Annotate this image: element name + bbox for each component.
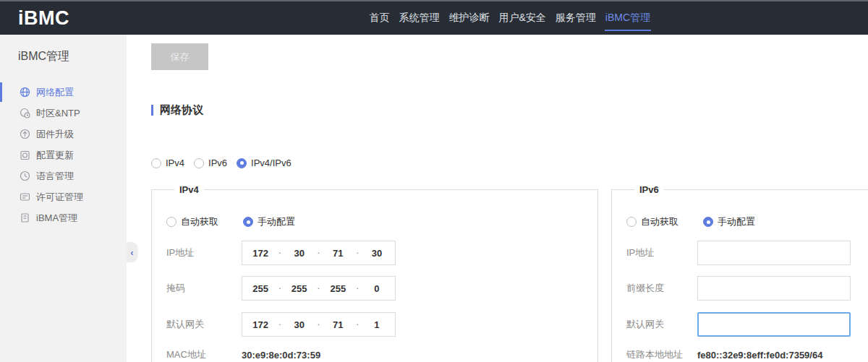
sidebar-item-timezone-ntp[interactable]: 时区&NTP bbox=[0, 103, 127, 124]
radio-ipv6[interactable]: IPv6 bbox=[194, 158, 227, 168]
sidebar-item-label: 固件升级 bbox=[36, 128, 74, 141]
sidebar-item-ibma[interactable]: iBMA管理 bbox=[0, 207, 127, 228]
sidebar-collapse-button[interactable]: ‹ bbox=[127, 242, 137, 262]
ipv4-mask-row: 掩码 255 . 255 . 255 . 0 bbox=[166, 276, 583, 301]
section-header: 网络协议 bbox=[151, 103, 868, 117]
ipv4-mac-value: 30:e9:8e:0d:73:59 bbox=[242, 350, 320, 361]
sidebar-item-label: 许可证管理 bbox=[36, 191, 83, 204]
license-icon bbox=[20, 191, 30, 202]
ibmc-logo: iBMC bbox=[18, 7, 69, 30]
ipv6-ip-label: IP地址 bbox=[626, 246, 697, 259]
sidebar-item-license[interactable]: 许可证管理 bbox=[0, 186, 127, 207]
radio-ipv4[interactable]: IPv4 bbox=[151, 158, 184, 168]
radio-ipv4-ipv6[interactable]: IPv4/IPv6 bbox=[237, 158, 292, 168]
radio-circle-icon bbox=[194, 158, 204, 168]
ipv6-mode-radio-group: 自动获取 手动配置 bbox=[626, 215, 868, 228]
ipv6-ip-row: IP地址 bbox=[626, 241, 868, 265]
sidebar-menu: 网络配置 时区&NTP 固件升级 bbox=[0, 82, 127, 228]
ipv4-radio-auto[interactable]: 自动获取 bbox=[166, 215, 218, 228]
timezone-ntp-icon bbox=[20, 108, 30, 118]
sidebar-item-label: 时区&NTP bbox=[36, 107, 80, 120]
top-nav: 首页 系统管理 维护诊断 用户&安全 服务管理 iBMC管理 bbox=[368, 1, 651, 35]
radio-circle-icon bbox=[151, 158, 161, 168]
radio-circle-icon bbox=[626, 217, 637, 227]
sidebar-item-label: 语言管理 bbox=[36, 170, 74, 183]
sidebar-item-label: 配置更新 bbox=[36, 149, 74, 162]
firmware-upgrade-icon bbox=[20, 129, 30, 139]
ipv4-ip-input[interactable]: 172 . 30 . 71 . 30 bbox=[242, 241, 396, 265]
ipv4-mac-row: MAC地址 30:e9:8e:0d:73:59 bbox=[166, 346, 583, 362]
ipv6-radio-auto[interactable]: 自动获取 bbox=[626, 215, 678, 228]
ipv4-mac-label: MAC地址 bbox=[166, 348, 242, 361]
main-content: 保存 网络协议 IPv4 IPv6 IPv4/IPv6 bbox=[127, 35, 868, 362]
ipv4-gateway-label: 默认网关 bbox=[166, 318, 242, 331]
page-title: 网络协议 bbox=[160, 103, 203, 117]
sidebar-item-language[interactable]: 语言管理 bbox=[0, 165, 127, 186]
ipv4-gateway-input[interactable]: 172 . 30 . 71 . 1 bbox=[242, 312, 396, 337]
radio-circle-icon bbox=[237, 158, 247, 168]
radio-circle-icon bbox=[243, 217, 253, 227]
ipv6-link-local-label: 链路本地地址 bbox=[626, 348, 697, 361]
ipv4-mode-radio-group: 自动获取 手动配置 bbox=[166, 215, 583, 228]
chevron-left-icon: ‹ bbox=[130, 247, 133, 258]
ipv6-panel: IPv6 自动获取 手动配置 IP地址 bbox=[611, 184, 868, 362]
nav-item-maintenance[interactable]: 维护诊断 bbox=[448, 1, 490, 35]
sidebar-title: iBMC管理 bbox=[0, 35, 127, 64]
nav-item-service[interactable]: 服务管理 bbox=[555, 1, 597, 35]
top-bar: iBMC 首页 系统管理 维护诊断 用户&安全 服务管理 iBMC管理 bbox=[0, 0, 868, 35]
ipv4-ip-row: IP地址 172 . 30 . 71 . 30 bbox=[166, 241, 583, 265]
ipv6-radio-manual[interactable]: 手动配置 bbox=[703, 215, 755, 228]
ipv6-link-local-value: fe80::32e9:8eff:fe0d:7359/64 bbox=[697, 350, 822, 361]
sidebar-item-config-update[interactable]: 配置更新 bbox=[0, 145, 127, 165]
radio-circle-icon bbox=[166, 217, 176, 227]
ipv4-mask-label: 掩码 bbox=[166, 282, 242, 295]
sidebar-item-label: iBMA管理 bbox=[36, 212, 77, 225]
ipv4-panel: IPv4 自动获取 手动配置 IP地址 bbox=[151, 184, 598, 362]
ipv4-ip-label: IP地址 bbox=[166, 246, 242, 259]
nav-item-user-security[interactable]: 用户&安全 bbox=[498, 1, 546, 35]
ipv6-prefix-length-input[interactable] bbox=[697, 276, 851, 301]
protocol-radio-group: IPv4 IPv6 IPv4/IPv6 bbox=[151, 158, 868, 168]
ipv6-panel-legend: IPv6 bbox=[634, 184, 664, 195]
ibmc-app: iBMC 首页 系统管理 维护诊断 用户&安全 服务管理 iBMC管理 iBMC… bbox=[0, 0, 868, 362]
sidebar-item-network-config[interactable]: 网络配置 bbox=[0, 82, 127, 103]
ipv6-gateway-input[interactable] bbox=[697, 312, 851, 337]
radio-circle-icon bbox=[703, 217, 713, 227]
section-accent-bar bbox=[151, 105, 153, 116]
network-icon bbox=[20, 87, 30, 98]
ipv6-ip-input[interactable] bbox=[697, 241, 851, 265]
ipv6-prefix-label: 前缀长度 bbox=[626, 282, 697, 295]
nav-item-home[interactable]: 首页 bbox=[368, 1, 390, 35]
ipv4-mask-input[interactable]: 255 . 255 . 255 . 0 bbox=[242, 276, 396, 301]
sidebar: iBMC管理 网络配置 时区&NTP bbox=[0, 35, 127, 362]
protocol-panels: IPv4 自动获取 手动配置 IP地址 bbox=[151, 184, 868, 362]
ipv6-link-local-row: 链路本地地址 fe80::32e9:8eff:fe0d:7359/64 bbox=[626, 346, 868, 362]
ipv6-gateway-row: 默认网关 bbox=[626, 312, 868, 337]
sidebar-item-firmware-upgrade[interactable]: 固件升级 bbox=[0, 124, 127, 145]
ipv4-gateway-row: 默认网关 172 . 30 . 71 . 1 bbox=[166, 312, 583, 337]
nav-item-ibmc-management[interactable]: iBMC管理 bbox=[605, 1, 651, 35]
save-button[interactable]: 保存 bbox=[151, 43, 208, 70]
language-icon bbox=[20, 171, 30, 181]
ibma-icon bbox=[20, 212, 30, 223]
config-update-icon bbox=[20, 150, 30, 160]
ipv4-radio-manual[interactable]: 手动配置 bbox=[243, 215, 295, 228]
nav-item-system[interactable]: 系统管理 bbox=[398, 1, 440, 35]
ipv4-panel-legend: IPv4 bbox=[174, 184, 204, 195]
ipv6-prefix-row: 前缀长度 bbox=[626, 276, 868, 301]
ipv6-gateway-label: 默认网关 bbox=[626, 318, 697, 331]
sidebar-item-label: 网络配置 bbox=[36, 86, 74, 99]
